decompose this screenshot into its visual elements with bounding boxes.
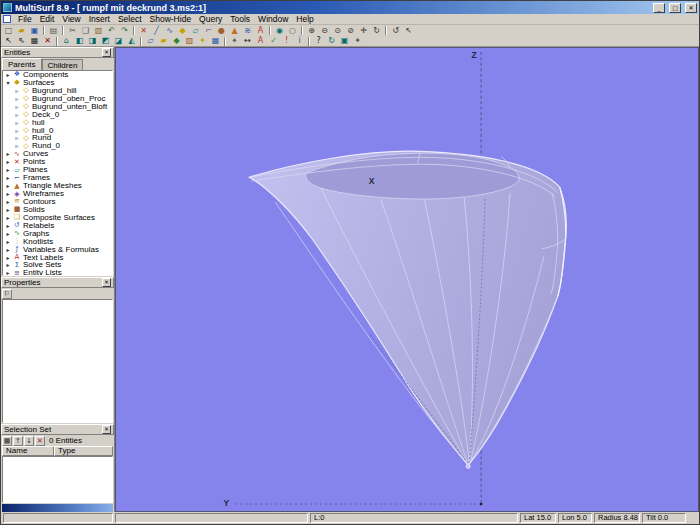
view-front-button[interactable]: ◧ <box>73 36 86 47</box>
collapse-arrow-icon[interactable]: ▹ <box>14 143 20 149</box>
selection-column-name[interactable]: Name <box>2 446 54 456</box>
render-mode-button[interactable]: ◆ <box>170 36 183 47</box>
collapse-arrow-icon[interactable]: ▸ <box>5 207 11 213</box>
grid-toggle-button[interactable]: ▦ <box>209 36 222 47</box>
redo-button[interactable]: ↷ <box>118 25 131 36</box>
view-side-button[interactable]: ◨ <box>86 36 99 47</box>
snapshot-button[interactable]: ▣ <box>338 36 351 47</box>
tree-item-deck-0[interactable]: ▹◇Deck_0 <box>3 111 112 119</box>
collapse-arrow-icon[interactable]: ▸ <box>5 72 11 78</box>
insert-point-button[interactable]: ✕ <box>137 25 150 36</box>
expand-arrow-icon[interactable]: ▾ <box>5 80 11 86</box>
menu-select[interactable]: Select <box>114 14 146 25</box>
collapse-arrow-icon[interactable]: ▸ <box>5 167 11 173</box>
view-home-button[interactable]: ⌂ <box>60 36 73 47</box>
insert-text-label-button[interactable]: A <box>254 25 267 36</box>
collapse-arrow-icon[interactable]: ▸ <box>5 159 11 165</box>
properties-close-icon[interactable]: ✕ <box>102 278 111 287</box>
copy-button[interactable]: ❑ <box>79 25 92 36</box>
entities-close-icon[interactable]: ✕ <box>102 48 111 57</box>
close-button[interactable]: ✕ <box>685 3 697 13</box>
collapse-arrow-icon[interactable]: ▹ <box>14 135 20 141</box>
open-file-button[interactable]: ▰ <box>15 25 28 36</box>
menu-query[interactable]: Query <box>195 14 226 25</box>
insert-mesh-button[interactable]: ▲ <box>228 25 241 36</box>
view-top-button[interactable]: ◩ <box>99 36 112 47</box>
selection-move-up-button[interactable]: ↑ <box>13 436 23 446</box>
wireframe-mode-button[interactable]: ▱ <box>144 36 157 47</box>
annotate-button[interactable]: A <box>254 36 267 47</box>
menu-window[interactable]: Window <box>254 14 292 25</box>
collapse-arrow-icon[interactable]: ▸ <box>5 199 11 205</box>
selection-move-down-button[interactable]: ↓ <box>24 436 34 446</box>
menu-edit[interactable]: Edit <box>36 14 59 25</box>
tree-item-hull-0[interactable]: ▹◇hull_0 <box>3 127 112 135</box>
collapse-arrow-icon[interactable]: ▸ <box>5 255 11 261</box>
cut-button[interactable]: ✂ <box>66 25 79 36</box>
maximize-button[interactable]: □ <box>669 3 681 13</box>
tree-item-planes[interactable]: ▸▱Planes <box>3 166 112 174</box>
minimize-button[interactable]: _ <box>653 3 665 13</box>
selection-column-type[interactable]: Type <box>54 446 113 456</box>
tree-item-hull[interactable]: ▹◇hull <box>3 119 112 127</box>
select-pointer-button[interactable]: ↖ <box>2 36 15 47</box>
previous-view-button[interactable]: ↖ <box>402 25 415 36</box>
pin-icon[interactable]: ⚐ <box>2 289 12 299</box>
context-help-button[interactable]: ? <box>312 36 325 47</box>
tab-parents[interactable]: Parents <box>2 58 42 70</box>
insert-solid-button[interactable]: ● <box>215 25 228 36</box>
zoom-in-button[interactable]: ⊕ <box>305 25 318 36</box>
collapse-arrow-icon[interactable]: ▸ <box>5 151 11 157</box>
pan-view-button[interactable]: ✛ <box>357 25 370 36</box>
collapse-arrow-icon[interactable]: ▸ <box>5 175 11 181</box>
menu-insert[interactable]: Insert <box>85 14 114 25</box>
settings-button[interactable]: ✦ <box>351 36 364 47</box>
menu-file[interactable]: File <box>14 14 36 25</box>
collapse-arrow-icon[interactable]: ▹ <box>14 104 20 110</box>
insert-plane-button[interactable]: ▱ <box>189 25 202 36</box>
select-add-button[interactable]: ⇖ <box>15 36 28 47</box>
show-all-button[interactable]: ◉ <box>273 25 286 36</box>
undo-button[interactable]: ↶ <box>105 25 118 36</box>
print-button[interactable]: ▤ <box>47 25 60 36</box>
insert-frame-button[interactable]: ⌐ <box>202 25 215 36</box>
selection-grid-button[interactable]: ▦ <box>2 436 12 446</box>
menu-show-hide[interactable]: Show-Hide <box>146 14 196 25</box>
check-model-button[interactable]: ✓ <box>267 36 280 47</box>
save-file-button[interactable]: ▣ <box>28 25 41 36</box>
refresh-view-button[interactable]: ↺ <box>389 25 402 36</box>
insert-line-button[interactable]: ╱ <box>150 25 163 36</box>
zoom-window-button[interactable]: ⊙ <box>331 25 344 36</box>
collapse-arrow-icon[interactable]: ▸ <box>5 270 11 276</box>
collapse-arrow-icon[interactable]: ▸ <box>5 247 11 253</box>
collapse-arrow-icon[interactable]: ▸ <box>5 215 11 221</box>
rotate-view-button[interactable]: ↻ <box>370 25 383 36</box>
dimension-button[interactable]: ↔ <box>241 36 254 47</box>
deselect-button[interactable]: ✕ <box>41 36 54 47</box>
zoom-out-button[interactable]: ⊖ <box>318 25 331 36</box>
texture-mode-button[interactable]: ▨ <box>183 36 196 47</box>
paste-button[interactable]: ▧ <box>92 25 105 36</box>
collapse-arrow-icon[interactable]: ▹ <box>14 112 20 118</box>
info-button[interactable]: i <box>293 36 306 47</box>
selection-clear-button[interactable]: ✕ <box>35 436 45 446</box>
collapse-arrow-icon[interactable]: ▸ <box>5 223 11 229</box>
collapse-arrow-icon[interactable]: ▸ <box>5 183 11 189</box>
refresh-button[interactable]: ↻ <box>325 36 338 47</box>
viewport-3d[interactable]: Z X Y <box>115 47 699 512</box>
collapse-arrow-icon[interactable]: ▹ <box>14 96 20 102</box>
menu-help[interactable]: Help <box>292 14 317 25</box>
select-all-button[interactable]: ▦ <box>28 36 41 47</box>
collapse-arrow-icon[interactable]: ▹ <box>14 88 20 94</box>
zoom-fit-button[interactable]: ⊘ <box>344 25 357 36</box>
view-iso-button[interactable]: ◪ <box>112 36 125 47</box>
collapse-arrow-icon[interactable]: ▸ <box>5 231 11 237</box>
view-perspective-button[interactable]: ◭ <box>125 36 138 47</box>
selection-close-icon[interactable]: ✕ <box>102 425 111 434</box>
new-file-button[interactable]: □ <box>2 25 15 36</box>
measure-button[interactable]: ⌖ <box>228 36 241 47</box>
insert-surface-button[interactable]: ◆ <box>176 25 189 36</box>
lights-button[interactable]: ✦ <box>196 36 209 47</box>
hide-selected-button[interactable]: ○ <box>286 25 299 36</box>
collapse-arrow-icon[interactable]: ▹ <box>14 128 20 134</box>
